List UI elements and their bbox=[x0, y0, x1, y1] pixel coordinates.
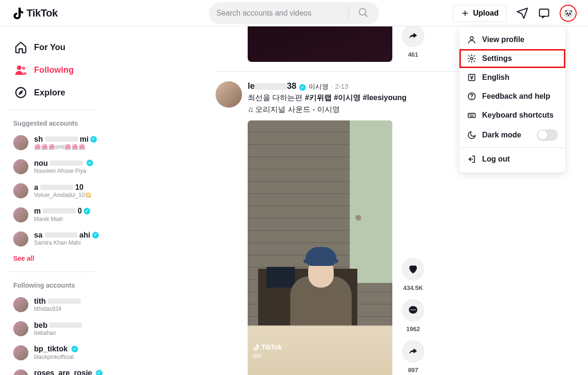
account-username: shmi bbox=[34, 135, 97, 144]
svg-point-9 bbox=[472, 98, 472, 99]
like-button[interactable] bbox=[402, 258, 424, 281]
dropdown-label: Settings bbox=[482, 54, 512, 63]
account-displayname: tithidas924 bbox=[34, 306, 83, 313]
verified-badge-icon bbox=[90, 136, 97, 143]
hashtag[interactable]: #이시영 bbox=[334, 94, 363, 102]
upload-button[interactable]: Upload bbox=[453, 5, 507, 22]
share-button[interactable] bbox=[402, 340, 424, 363]
post-date: · 2-13 bbox=[331, 83, 348, 90]
dropdown-dark-mode[interactable]: Dark mode bbox=[459, 125, 565, 145]
brand-text: TikTok bbox=[26, 7, 58, 19]
dropdown-settings[interactable]: Settings bbox=[459, 49, 565, 68]
account-item[interactable]: saahiSamira Khan Mahi bbox=[9, 227, 168, 251]
verified-badge-icon bbox=[96, 370, 103, 375]
search-icon bbox=[357, 7, 369, 18]
redacted bbox=[255, 83, 287, 90]
dropdown-feedback[interactable]: Feedback and help bbox=[459, 87, 565, 106]
logout-icon bbox=[467, 154, 476, 164]
profile-avatar-button[interactable]: 🐼 bbox=[560, 5, 577, 22]
keyboard-icon bbox=[467, 111, 476, 120]
plus-icon bbox=[461, 9, 469, 17]
share-count: 461 bbox=[408, 51, 418, 58]
account-item[interactable]: tithtithidas924 bbox=[9, 293, 168, 317]
brand-logo[interactable]: TikTok bbox=[11, 7, 58, 20]
inbox-button[interactable] bbox=[538, 7, 550, 19]
account-avatar bbox=[13, 159, 28, 174]
dropdown-label: Feedback and help bbox=[482, 92, 550, 101]
search-divider bbox=[348, 7, 349, 20]
share-count: 897 bbox=[408, 366, 418, 374]
send-icon bbox=[516, 7, 528, 19]
video-player[interactable]: TikTok @le bbox=[248, 120, 392, 375]
see-all-link[interactable]: See all bbox=[9, 251, 168, 266]
redacted bbox=[49, 323, 82, 328]
nav-following[interactable]: Following bbox=[9, 59, 168, 81]
dropdown-keyboard[interactable]: Keyboard shortcuts bbox=[459, 106, 565, 125]
home-icon bbox=[13, 41, 28, 54]
account-avatar bbox=[13, 345, 28, 360]
spacer bbox=[216, 26, 242, 62]
header-actions: Upload 🐼 bbox=[453, 5, 577, 22]
account-item[interactable]: roses_are_rosieROSÉ bbox=[9, 365, 168, 375]
svg-marker-18 bbox=[19, 91, 23, 94]
account-item[interactable]: m0Manik Miah bbox=[9, 203, 168, 227]
dropdown-language[interactable]: English bbox=[459, 68, 565, 87]
account-item[interactable]: shmi🌺🌺🌺omi🌺🌺🌺 bbox=[9, 131, 168, 155]
dropdown-label: View profile bbox=[482, 35, 525, 44]
verified-badge-icon bbox=[84, 208, 90, 214]
user-icon bbox=[467, 35, 476, 44]
account-item[interactable]: nouNoureen Afrose Piya bbox=[9, 155, 168, 179]
account-displayname: blackpinkofficial bbox=[34, 354, 78, 361]
svg-point-21 bbox=[413, 309, 414, 310]
account-avatar bbox=[13, 183, 28, 198]
account-avatar bbox=[13, 207, 28, 222]
account-username: nou bbox=[34, 159, 93, 168]
moon-icon bbox=[467, 130, 476, 140]
like-count: 434.5K bbox=[403, 284, 423, 291]
dark-mode-toggle[interactable] bbox=[537, 129, 558, 141]
account-displayname: Noureen Afrose Piya bbox=[34, 168, 93, 175]
dropdown-logout[interactable]: Log out bbox=[459, 150, 565, 169]
tiktok-logo-icon bbox=[11, 7, 25, 20]
account-item[interactable]: a10Volcer_Amdadul_10😋 bbox=[9, 179, 168, 203]
post-username[interactable]: le38 bbox=[248, 81, 296, 91]
redacted bbox=[40, 185, 73, 190]
account-username: beb bbox=[34, 321, 84, 330]
search-button[interactable] bbox=[355, 7, 372, 19]
nav-label: Explore bbox=[34, 88, 65, 98]
inbox-icon bbox=[538, 7, 550, 19]
nav-for-you[interactable]: For You bbox=[9, 36, 168, 59]
verified-badge-icon bbox=[71, 346, 78, 352]
account-avatar bbox=[13, 369, 28, 375]
redacted bbox=[50, 161, 83, 166]
account-avatar bbox=[13, 297, 28, 312]
hashtag[interactable]: #leesiyoung bbox=[363, 94, 406, 102]
search-input[interactable] bbox=[216, 9, 348, 17]
hashtag[interactable]: #키위랩 bbox=[305, 94, 334, 102]
nav-label: Following bbox=[34, 65, 74, 75]
share-icon bbox=[408, 31, 418, 41]
svg-point-13 bbox=[473, 115, 473, 115]
account-username: a10 bbox=[34, 183, 92, 192]
video-player[interactable] bbox=[248, 26, 392, 62]
svg-line-1 bbox=[365, 14, 367, 17]
sidebar: For You Following Explore Suggested acco… bbox=[0, 26, 168, 375]
share-icon bbox=[408, 346, 418, 357]
comment-button[interactable] bbox=[402, 299, 424, 322]
account-item[interactable]: bebbebahan bbox=[9, 317, 168, 341]
svg-point-15 bbox=[17, 66, 21, 70]
post-avatar[interactable] bbox=[216, 81, 242, 108]
header: TikTok Upload 🐼 bbox=[0, 0, 588, 26]
dropdown-view-profile[interactable]: View profile bbox=[459, 30, 565, 49]
svg-point-5 bbox=[470, 36, 474, 40]
account-username: roses_are_rosie bbox=[34, 368, 103, 375]
account-item[interactable]: bp_tiktokblackpinkofficial bbox=[9, 341, 168, 365]
account-username: m0 bbox=[34, 206, 90, 215]
messages-button[interactable] bbox=[516, 7, 528, 19]
account-avatar bbox=[13, 135, 28, 150]
nav-explore[interactable]: Explore bbox=[9, 81, 168, 104]
video-handle: @le bbox=[252, 353, 262, 358]
redacted bbox=[48, 298, 81, 304]
share-button[interactable] bbox=[402, 26, 424, 47]
redacted bbox=[43, 208, 76, 213]
